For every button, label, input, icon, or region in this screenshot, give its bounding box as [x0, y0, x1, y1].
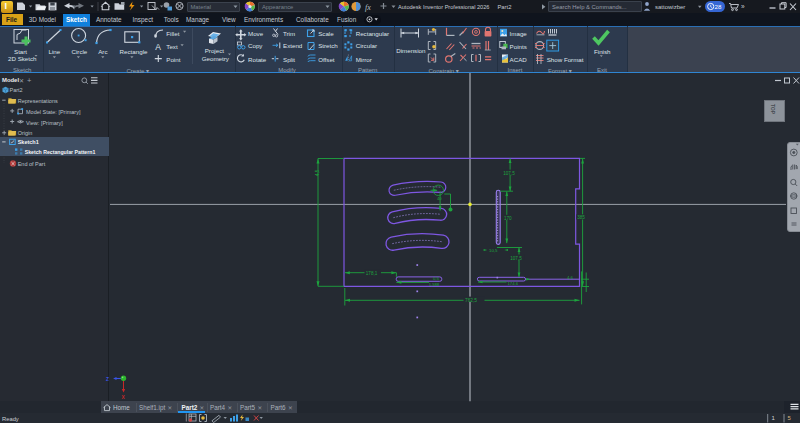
svg-text:40: 40 [437, 196, 442, 201]
svg-text:385: 385 [577, 215, 585, 220]
svg-text:178,1: 178,1 [366, 271, 378, 276]
svg-text:Z: Z [106, 377, 109, 382]
svg-text:107,5: 107,5 [503, 171, 515, 176]
svg-text:174,6: 174,6 [508, 281, 519, 286]
svg-text:762,5: 762,5 [465, 298, 477, 303]
svg-text:170: 170 [504, 216, 512, 221]
svg-text:»: » [741, 3, 745, 10]
svg-text:A: A [155, 42, 161, 52]
svg-text:10,5: 10,5 [489, 248, 498, 253]
svg-text:X: X [121, 395, 125, 400]
svg-text:4,6: 4,6 [567, 275, 573, 280]
svg-text:4,5: 4,5 [315, 169, 320, 176]
svg-text:fx: fx [365, 3, 371, 12]
svg-text:1,588: 1,588 [429, 282, 440, 287]
svg-text:107,5: 107,5 [510, 256, 522, 261]
